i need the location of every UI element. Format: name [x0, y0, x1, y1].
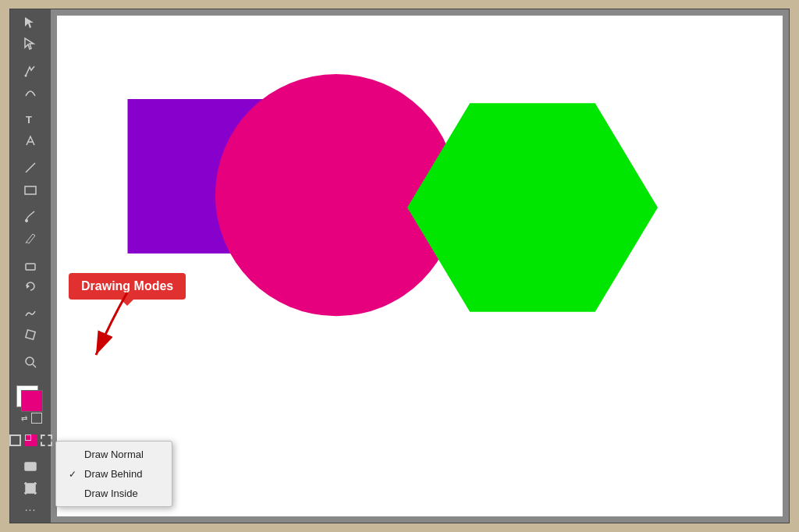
direct-selection-tool[interactable] [19, 34, 42, 55]
svg-rect-5 [25, 186, 36, 194]
drawing-mode-dropdown: Draw Normal ✓ Draw Behind Draw Inside [55, 441, 172, 507]
draw-normal-icon[interactable] [8, 433, 22, 447]
svg-line-4 [26, 163, 35, 172]
svg-point-11 [26, 357, 34, 365]
svg-line-7 [26, 242, 27, 243]
color-swatches[interactable] [13, 382, 48, 411]
draw-behind-checkmark: ✓ [69, 469, 78, 480]
svg-line-12 [33, 364, 36, 367]
none-color-icon[interactable] [31, 413, 42, 424]
svg-text:T: T [26, 114, 32, 126]
app-window: T [9, 9, 790, 523]
menu-item-draw-inside[interactable]: Draw Inside [56, 484, 172, 503]
svg-point-2 [25, 74, 27, 76]
paintbrush-tool[interactable] [19, 207, 42, 227]
draw-inside-checkmark [69, 488, 78, 499]
svg-marker-0 [25, 17, 34, 28]
curvature-tool[interactable] [19, 83, 42, 103]
rotate-tool[interactable] [19, 276, 42, 296]
pencil-tool[interactable] [19, 228, 42, 248]
pen-tool[interactable] [19, 61, 42, 81]
drawing-mode-controls[interactable] [5, 431, 55, 449]
touch-type-tool[interactable] [19, 131, 42, 151]
zoom-tool[interactable] [19, 352, 42, 372]
svg-rect-13 [25, 463, 36, 470]
toolbar: T [10, 9, 51, 523]
draw-normal-checkmark [69, 449, 78, 460]
svg-rect-8 [26, 264, 35, 270]
selection-tool[interactable] [19, 12, 42, 33]
eraser-tool[interactable] [19, 255, 42, 275]
free-transform-tool[interactable] [19, 325, 42, 346]
svg-marker-1 [25, 38, 34, 49]
draw-behind-icon[interactable] [23, 433, 37, 447]
type-tool[interactable]: T [19, 109, 42, 129]
line-tool[interactable] [19, 158, 42, 179]
tooltip-callout: Drawing Modes [69, 273, 186, 300]
svg-point-6 [25, 219, 28, 222]
swap-colors-icon[interactable]: ⇄ [19, 413, 30, 424]
menu-item-draw-normal[interactable]: Draw Normal [56, 445, 172, 464]
libraries-panel[interactable] [19, 457, 42, 477]
more-tools[interactable]: ··· [19, 500, 42, 520]
artboard-tool[interactable] [19, 478, 42, 498]
warp-tool[interactable] [19, 303, 42, 324]
svg-rect-10 [26, 330, 35, 339]
svg-rect-15 [26, 484, 35, 493]
svg-marker-9 [27, 284, 30, 289]
foreground-color-swatch[interactable] [21, 390, 43, 412]
green-hexagon[interactable] [407, 103, 658, 312]
draw-inside-icon[interactable] [39, 433, 53, 447]
rectangle-tool[interactable] [19, 179, 42, 200]
menu-item-draw-behind[interactable]: ✓ Draw Behind [56, 464, 172, 484]
